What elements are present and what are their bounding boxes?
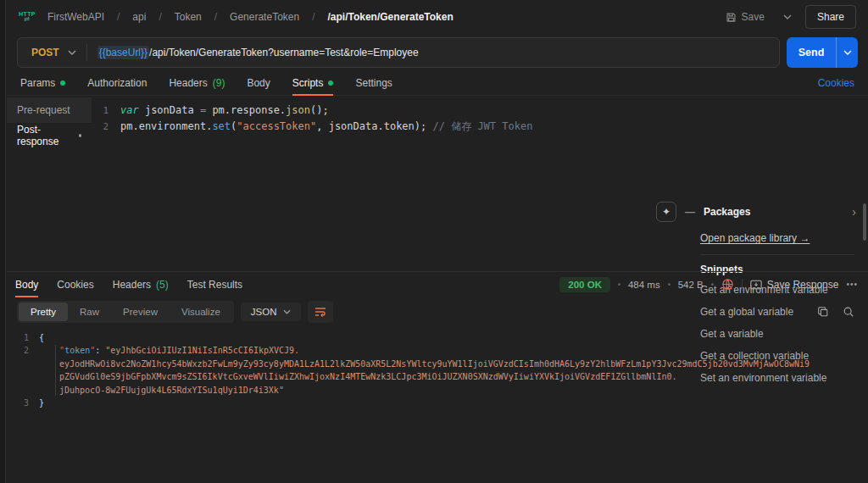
postbot-icon: ✦ [662,206,670,218]
line-number: 1 [92,103,120,119]
network-warning-icon[interactable] [721,278,734,291]
response-time: 484 ms [628,280,660,290]
scripts-active-dot [328,80,333,86]
tab-headers[interactable]: Headers (9) [169,71,225,95]
response-line: 2 "token": "eyJhbGciOiJIUzI1NiIsInR5cCI6… [7,344,868,397]
breadcrumb-separator: / [159,11,161,23]
send-options-chevron[interactable] [836,37,858,68]
open-package-library-link[interactable]: Open package library → [700,232,810,244]
floppy-icon [726,12,737,23]
line-number: 2 [7,344,39,397]
tab-body-label: Body [247,77,270,89]
response-tab-headers-label: Headers [113,279,151,291]
response-tab-body[interactable]: Body [15,272,38,297]
breadcrumb-folder-token[interactable]: Token [175,11,202,23]
save-options-chevron[interactable] [776,11,798,23]
save-response-label: Save Response [767,279,839,291]
view-raw[interactable]: Raw [68,303,111,321]
line-number: 2 [92,119,120,135]
copy-button[interactable] [814,303,832,321]
breadcrumb-separator: / [214,11,217,23]
scripts-panel: Pre-request Post-response 1 var jsonData… [7,96,868,271]
format-label: JSON [251,307,277,317]
breadcrumb-folder-api[interactable]: api [132,11,146,23]
response-tab-body-label: Body [15,279,38,291]
breadcrumb-collection[interactable]: FirstWebAPI [47,11,104,23]
breadcrumb-separator: / [117,11,120,23]
request-tabs: Params Authorization Headers (9) Body Sc… [7,71,868,96]
view-visualize[interactable]: Visualize [170,303,232,321]
http-request-icon: HTTP⇄ [19,11,36,23]
status-badge: 200 OK [559,277,610,292]
pre-request-label: Pre-request [17,104,70,116]
tab-authorization-label: Authorization [87,77,147,89]
url-container: POST {{baseUrl}}/api/Token/GenerateToken… [17,37,780,68]
send-button[interactable]: Send [787,37,836,68]
response-tab-test-results-label: Test Results [187,279,242,291]
share-button[interactable]: Share [805,5,856,29]
post-response-content-dot [79,134,81,137]
chevron-down-icon [68,50,76,55]
params-active-dot [60,80,65,86]
method-label: POST [31,47,59,58]
response-line: 1 { [7,331,868,344]
breadcrumb-separator: / [312,11,314,23]
response-tab-cookies[interactable]: Cookies [57,272,93,297]
response-line: 3 } [7,397,868,409]
view-preview[interactable]: Preview [111,303,170,321]
send-button-group: Send [787,37,858,68]
editor-line: 2 pm.environment.set("accessToken", json… [92,119,868,135]
response-tab-headers[interactable]: Headers (5) [113,272,169,297]
breadcrumb-folder-generatetoken[interactable]: GenerateToken [230,11,299,23]
copy-icon [817,306,829,318]
baseurl-variable[interactable]: {{baseUrl}} [97,46,149,59]
script-item-pre-request[interactable]: Pre-request [7,97,92,123]
packages-title: Packages [704,206,750,218]
script-type-list: Pre-request Post-response [7,96,92,271]
line-number: 3 [7,397,39,409]
tab-params-label: Params [20,77,55,89]
tab-settings[interactable]: Settings [355,71,392,95]
cookies-link[interactable]: Cookies [818,77,854,89]
response-body-viewer: 1 { 2 "token": "eyJhbGciOiJIUzI1NiIsInR5… [7,327,868,409]
scrollbar[interactable] [863,203,866,241]
view-pretty[interactable]: Pretty [19,303,68,321]
method-selector[interactable]: POST [18,47,86,58]
wrap-lines-button[interactable] [308,301,333,323]
save-button[interactable]: Save [721,8,770,26]
headers-count: (9) [213,77,225,89]
response-tab-cookies-label: Cookies [57,279,93,291]
line-number: 1 [7,331,39,344]
search-button[interactable] [839,303,858,321]
tab-headers-label: Headers [169,77,207,89]
wrap-lines-icon [314,307,326,317]
script-item-post-response[interactable]: Post-response [7,123,92,148]
chevron-down-icon [283,309,291,314]
url-input[interactable]: {{baseUrl}}/api/Token/GenerateToken?user… [97,47,419,58]
save-response-icon [750,280,762,290]
format-dropdown[interactable]: JSON [241,303,302,321]
search-icon [843,306,854,318]
editor-line: 1 var jsonData = pm.response.json(); [92,103,868,119]
post-response-label: Post-response [17,124,74,147]
more-options-button[interactable]: ••• [846,280,858,289]
save-label: Save [742,11,765,23]
tab-body[interactable]: Body [247,71,270,95]
tab-authorization[interactable]: Authorization [87,71,147,95]
response-tab-test-results[interactable]: Test Results [187,272,242,297]
postbot-button[interactable]: ✦ [656,202,676,222]
tab-params[interactable]: Params [20,71,65,95]
save-response-button[interactable]: Save Response [750,279,839,291]
tab-scripts[interactable]: Scripts [292,71,334,95]
tab-scripts-label: Scripts [292,77,324,89]
request-header: HTTP⇄ FirstWebAPI / api / Token / Genera… [7,0,868,34]
panel-resize-handle[interactable]: — [685,206,695,218]
view-mode-segment: Pretty Raw Preview Visualize [17,301,234,323]
url-path: /api/Token/GenerateToken?username=Test&r… [149,47,419,58]
request-bar: POST {{baseUrl}}/api/Token/GenerateToken… [7,34,868,71]
collapsed-sidebar-strip[interactable] [0,0,6,483]
request-title[interactable]: /api/Token/GenerateToken [328,11,453,23]
response-panel: Body Cookies Headers (5) Test Results 20… [7,271,868,483]
chevron-right-icon[interactable]: › [852,205,856,219]
response-size: 542 B [678,280,704,290]
